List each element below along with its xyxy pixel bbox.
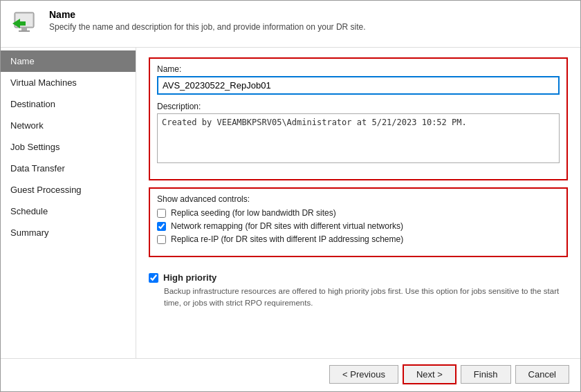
header-subtitle: Specify the name and description for thi… <box>49 22 366 32</box>
previous-button[interactable]: < Previous <box>329 365 398 384</box>
name-field-group: Name: <box>157 64 560 95</box>
advanced-controls-label: Show advanced controls: <box>157 194 560 204</box>
next-button[interactable]: Next > <box>403 364 456 384</box>
checkbox-network-remapping-label[interactable]: Network remapping (for DR sites with dif… <box>171 221 403 231</box>
sidebar-item-destination[interactable]: Destination <box>1 93 136 115</box>
sidebar-item-job-settings[interactable]: Job Settings <box>1 136 136 158</box>
checkbox-row-replica-seeding: Replica seeding (for low bandwidth DR si… <box>157 208 560 218</box>
main-window: Name Specify the name and description fo… <box>0 0 581 392</box>
svg-rect-3 <box>19 30 30 32</box>
checkbox-replica-seeding-label[interactable]: Replica seeding (for low bandwidth DR si… <box>171 208 336 218</box>
checkbox-replica-seeding[interactable] <box>157 209 166 218</box>
sidebar-item-network[interactable]: Network <box>1 115 136 136</box>
sidebar-item-guest-processing[interactable]: Guest Processing <box>1 179 136 200</box>
name-label: Name: <box>157 64 560 74</box>
checkbox-replica-reip[interactable] <box>157 235 166 244</box>
footer: < Previous Next > Finish Cancel <box>1 358 580 391</box>
checkbox-high-priority[interactable] <box>149 273 158 283</box>
advanced-controls-section: Show advanced controls: Replica seeding … <box>149 187 568 257</box>
description-textarea[interactable]: Created by VEEAMBKPSRV05\Administrator a… <box>157 113 560 163</box>
checkbox-replica-reip-label[interactable]: Replica re-IP (for DR sites with differe… <box>171 234 403 244</box>
header-icon <box>12 9 41 38</box>
sidebar: Name Virtual Machines Destination Networ… <box>1 48 136 358</box>
high-priority-description: Backup infrastructure resources are offe… <box>149 286 568 310</box>
sidebar-item-name[interactable]: Name <box>1 50 136 72</box>
content-area: Name: Description: Created by VEEAMBKPSR… <box>136 48 580 358</box>
checkbox-row-network-remapping: Network remapping (for DR sites with dif… <box>157 221 560 231</box>
high-priority-section: High priority Backup infrastructure reso… <box>149 272 568 310</box>
high-priority-label[interactable]: High priority <box>163 272 216 283</box>
main-area: Name Virtual Machines Destination Networ… <box>1 48 580 358</box>
header: Name Specify the name and description fo… <box>1 1 580 48</box>
cancel-button[interactable]: Cancel <box>515 365 569 384</box>
description-label: Description: <box>157 102 560 111</box>
svg-rect-2 <box>21 28 27 30</box>
description-field-group: Description: Created by VEEAMBKPSRV05\Ad… <box>157 102 560 165</box>
finish-button[interactable]: Finish <box>461 365 511 384</box>
sidebar-item-summary[interactable]: Summary <box>1 222 136 243</box>
sidebar-item-schedule[interactable]: Schedule <box>1 200 136 222</box>
header-text: Name Specify the name and description fo… <box>49 9 366 32</box>
high-priority-row: High priority <box>149 272 568 283</box>
checkbox-row-replica-reip: Replica re-IP (for DR sites with differe… <box>157 234 560 244</box>
name-input[interactable] <box>157 76 560 95</box>
sidebar-item-virtual-machines[interactable]: Virtual Machines <box>1 72 136 93</box>
name-description-section: Name: Description: Created by VEEAMBKPSR… <box>149 57 568 180</box>
checkbox-network-remapping[interactable] <box>157 222 166 231</box>
header-title: Name <box>49 9 366 20</box>
sidebar-item-data-transfer[interactable]: Data Transfer <box>1 158 136 179</box>
